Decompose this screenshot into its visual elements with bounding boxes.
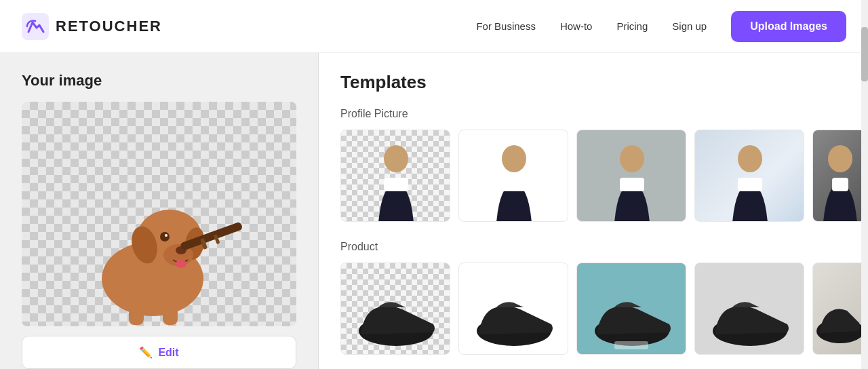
dog-image — [64, 143, 254, 326]
image-canvas — [22, 102, 296, 326]
template-card-prod-textured[interactable] — [812, 263, 867, 355]
upload-images-button[interactable]: Upload Images — [731, 11, 846, 42]
logo-text: RETOUCHER — [56, 18, 162, 35]
template-card-pp-white[interactable] — [458, 130, 568, 222]
main-content: Your image — [0, 53, 868, 369]
svg-point-8 — [165, 234, 167, 237]
edit-button-label: Edit — [158, 347, 178, 359]
nav-how-to[interactable]: How-to — [560, 20, 593, 32]
product-section: Product — [340, 241, 846, 355]
header: RETOUCHER For Business How-to Pricing Si… — [0, 0, 868, 53]
your-image-title: Your image — [22, 72, 296, 90]
svg-rect-11 — [163, 306, 178, 325]
svg-rect-20 — [620, 178, 644, 191]
product-label: Product — [340, 241, 846, 253]
nav-sign-up[interactable]: Sign up — [672, 20, 707, 32]
template-card-prod-light-gray[interactable] — [694, 263, 804, 355]
profile-picture-section: Profile Picture — [340, 108, 846, 222]
nav: For Business How-to Pricing Sign up Uplo… — [476, 11, 846, 42]
svg-rect-22 — [738, 178, 762, 191]
scrollbar-thumb[interactable] — [861, 27, 868, 81]
left-panel: Your image — [0, 53, 319, 369]
template-card-pp-dark[interactable] — [812, 130, 867, 222]
pencil-icon: ✏️ — [139, 346, 153, 359]
svg-point-21 — [738, 145, 762, 172]
profile-picture-row: › — [340, 130, 846, 222]
template-card-prod-transparent[interactable] — [340, 263, 450, 355]
templates-title: Templates — [340, 72, 846, 93]
svg-point-23 — [828, 145, 852, 172]
svg-rect-28 — [614, 341, 648, 349]
profile-picture-label: Profile Picture — [340, 108, 846, 120]
template-card-prod-teal[interactable] — [576, 263, 686, 355]
svg-rect-24 — [832, 178, 848, 191]
svg-point-7 — [160, 232, 170, 241]
right-panel[interactable]: Templates Profile Picture — [319, 53, 868, 369]
nav-pricing[interactable]: Pricing — [616, 20, 648, 32]
nav-for-business[interactable]: For Business — [476, 20, 536, 32]
product-row: › — [340, 263, 846, 355]
logo: RETOUCHER — [22, 13, 162, 40]
svg-point-9 — [176, 260, 186, 268]
svg-point-15 — [384, 145, 408, 172]
page-scrollbar[interactable] — [861, 0, 868, 369]
svg-rect-16 — [384, 178, 408, 191]
svg-point-17 — [502, 145, 526, 172]
svg-rect-10 — [129, 306, 144, 325]
logo-icon — [22, 13, 49, 40]
template-card-prod-white[interactable] — [458, 263, 568, 355]
template-card-pp-gradient[interactable] — [694, 130, 804, 222]
svg-point-19 — [620, 145, 644, 172]
template-card-pp-transparent[interactable] — [340, 130, 450, 222]
template-card-pp-gray[interactable] — [576, 130, 686, 222]
edit-button[interactable]: ✏️ Edit — [22, 336, 296, 369]
svg-rect-18 — [502, 178, 526, 191]
